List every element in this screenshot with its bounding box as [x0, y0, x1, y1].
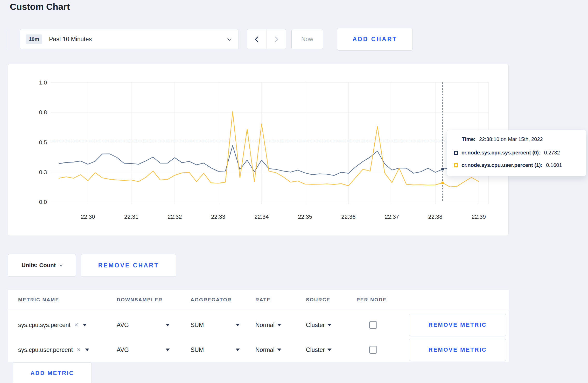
custom-chart-page: Custom Chart 10m Past 10 Minutes Now ADD…	[0, 0, 588, 383]
chart-tooltip: Time: 22:38:10 on Mar 15th, 2022 cr.node…	[447, 130, 586, 176]
x-tick-label: 22:36	[341, 214, 355, 220]
col-per-node: PER NODE	[356, 297, 387, 303]
page-title: Custom Chart	[10, 2, 70, 12]
y-tick-label: 0.0	[39, 199, 47, 205]
metric-row: sys.cpu.sys.percent✕AVGSUMNormalClusterR…	[8, 313, 509, 337]
source-dropdown-icon[interactable]	[327, 324, 332, 326]
downsampler-value: AVG	[117, 346, 129, 353]
x-tick-label: 22:35	[298, 214, 312, 220]
time-pager	[247, 29, 286, 49]
crosshair-point-sys	[441, 168, 444, 171]
chevron-down-icon	[59, 263, 63, 267]
metric-name: sys.cpu.sys.percent	[18, 322, 71, 329]
chevron-left-icon	[255, 36, 260, 42]
series-line-user	[59, 112, 479, 187]
toolbar-divider	[8, 29, 8, 49]
timeseries-chart[interactable]: 0.00.30.50.81.022:3022:3122:3222:3322:34…	[8, 64, 508, 236]
user-series-swatch-icon	[454, 163, 458, 167]
tooltip-series-value: 0.1601	[546, 162, 562, 168]
x-tick-label: 22:38	[428, 214, 442, 220]
metric-dropdown-icon[interactable]	[83, 324, 87, 326]
time-range-label: Past 10 Minutes	[49, 36, 92, 43]
chevron-right-icon	[273, 36, 278, 42]
aggregator-value: SUM	[191, 346, 204, 353]
metrics-table-header: METRIC NAME DOWNSAMPLER AGGREGATOR RATE …	[8, 290, 509, 311]
tooltip-series-name: cr.node.sys.cpu.sys.percent (0):	[461, 150, 541, 156]
tooltip-series-name: cr.node.sys.cpu.user.percent (1):	[461, 162, 542, 168]
source-dropdown-icon[interactable]	[327, 349, 332, 351]
now-button[interactable]: Now	[291, 29, 323, 49]
sys-series-swatch-icon	[454, 151, 458, 155]
rate-dropdown-icon[interactable]	[277, 349, 281, 351]
add-metric-button[interactable]: ADD METRIC	[13, 362, 92, 383]
y-tick-label: 0.8	[39, 109, 47, 116]
col-source: SOURCE	[306, 297, 331, 303]
col-metric-name: METRIC NAME	[18, 297, 59, 303]
metric-dropdown-icon[interactable]	[85, 349, 89, 351]
rate-value: Normal	[255, 322, 275, 329]
chart-card: 0.00.30.50.81.022:3022:3122:3222:3322:34…	[8, 64, 509, 236]
x-tick-label: 22:33	[211, 214, 225, 220]
source-value: Cluster	[306, 346, 325, 353]
metric-row: sys.cpu.user.percent✕AVGSUMNormalCluster…	[8, 337, 509, 362]
remove-chart-button[interactable]: REMOVE CHART	[81, 254, 176, 277]
downsampler-dropdown-icon[interactable]	[166, 349, 170, 351]
aggregator-value: SUM	[191, 322, 204, 329]
y-tick-label: 0.3	[39, 169, 47, 175]
remove-metric-button[interactable]: REMOVE METRIC	[409, 314, 506, 336]
next-time-button[interactable]	[267, 29, 286, 49]
downsampler-value: AVG	[117, 322, 129, 329]
units-label: Units: Count	[22, 262, 56, 269]
col-rate: RATE	[255, 297, 271, 303]
remove-metric-button[interactable]: REMOVE METRIC	[409, 339, 506, 361]
prev-time-button[interactable]	[247, 29, 267, 49]
x-tick-label: 22:31	[124, 214, 138, 220]
tooltip-series-value: 0.2732	[544, 150, 560, 156]
x-tick-label: 22:37	[385, 214, 399, 220]
metric-name: sys.cpu.user.percent	[18, 346, 73, 353]
chevron-down-icon	[227, 37, 232, 41]
downsampler-dropdown-icon[interactable]	[166, 324, 170, 326]
tooltip-time-label: Time:	[462, 136, 475, 142]
rate-dropdown-icon[interactable]	[277, 324, 281, 326]
y-tick-label: 0.5	[39, 139, 47, 146]
per-node-checkbox[interactable]	[369, 321, 377, 329]
clear-metric-icon[interactable]: ✕	[76, 347, 81, 353]
x-tick-label: 22:30	[81, 214, 95, 220]
y-tick-label: 1.0	[39, 79, 47, 86]
source-value: Cluster	[306, 322, 325, 329]
rate-value: Normal	[255, 346, 275, 353]
add-chart-button[interactable]: ADD CHART	[337, 28, 413, 51]
metrics-table: METRIC NAME DOWNSAMPLER AGGREGATOR RATE …	[8, 290, 509, 362]
x-tick-label: 22:32	[167, 214, 182, 220]
col-downsampler: DOWNSAMPLER	[117, 297, 163, 303]
per-node-checkbox[interactable]	[369, 346, 377, 354]
x-tick-label: 22:34	[254, 214, 269, 220]
aggregator-dropdown-icon[interactable]	[236, 324, 240, 326]
clear-metric-icon[interactable]: ✕	[74, 322, 79, 328]
x-tick-label: 22:39	[472, 214, 486, 220]
time-range-badge: 10m	[26, 34, 42, 44]
crosshair-point-user	[441, 182, 444, 184]
units-dropdown[interactable]: Units: Count	[8, 254, 76, 277]
aggregator-dropdown-icon[interactable]	[236, 349, 240, 351]
tooltip-time-value: 22:38:10 on Mar 15th, 2022	[479, 136, 543, 142]
col-aggregator: AGGREGATOR	[191, 297, 232, 303]
time-range-dropdown[interactable]: 10m Past 10 Minutes	[20, 29, 239, 49]
